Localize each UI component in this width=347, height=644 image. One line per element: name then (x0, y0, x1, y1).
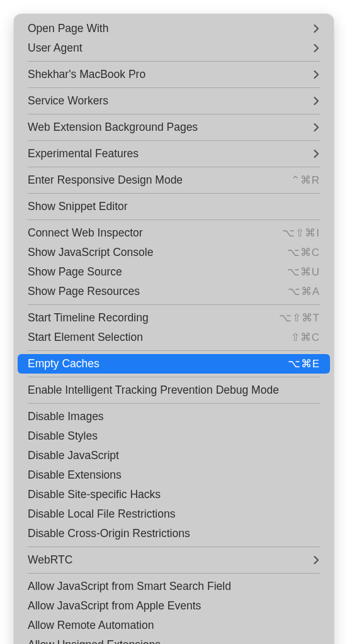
menu-item-label: Experimental Features (28, 147, 314, 161)
menu-item-shortcut: ⌥⇧⌘T (279, 311, 320, 325)
menu-item-shortcut: ⇧⌘C (291, 330, 320, 345)
menu-separator (28, 350, 320, 351)
menu-item-service-workers[interactable]: Service Workers (14, 91, 334, 111)
menu-item-shortcut: ⌥⌘A (288, 284, 320, 299)
develop-menu: Open Page WithUser AgentShekhar's MacBoo… (14, 14, 334, 644)
menu-item-connect-web-inspector[interactable]: Connect Web Inspector⌥⇧⌘I (14, 223, 334, 243)
menu-item-label: Enter Responsive Design Mode (28, 173, 291, 187)
menu-item-page-resources[interactable]: Show Page Resources⌥⌘A (14, 282, 334, 301)
menu-item-page-source[interactable]: Show Page Source⌥⌘U (14, 262, 334, 282)
chevron-right-icon (314, 70, 320, 79)
menu-item-user-agent[interactable]: User Agent (14, 38, 334, 58)
menu-item-allow-js-apple-events[interactable]: Allow JavaScript from Apple Events (14, 596, 334, 616)
menu-item-js-console[interactable]: Show JavaScript Console⌥⌘C (14, 243, 334, 262)
menu-item-label: Start Element Selection (28, 330, 291, 345)
menu-item-allow-js-search[interactable]: Allow JavaScript from Smart Search Field (14, 577, 334, 596)
menu-separator (28, 140, 320, 141)
menu-item-label: Disable Cross-Origin Restrictions (28, 526, 320, 541)
menu-separator (28, 87, 320, 88)
menu-item-label: Allow JavaScript from Smart Search Field (28, 579, 320, 594)
menu-item-label: Connect Web Inspector (28, 226, 282, 240)
menu-item-allow-remote-automation[interactable]: Allow Remote Automation (14, 616, 334, 635)
chevron-right-icon (314, 123, 320, 132)
menu-item-label: Enable Intelligent Tracking Prevention D… (28, 383, 320, 397)
menu-item-disable-images[interactable]: Disable Images (14, 407, 334, 426)
menu-item-shortcut: ⌥⌘C (287, 245, 320, 260)
menu-item-web-extension-bg[interactable]: Web Extension Background Pages (14, 118, 334, 137)
menu-item-open-page-with[interactable]: Open Page With (14, 19, 334, 38)
chevron-right-icon (314, 44, 320, 53)
menu-item-label: Disable Extensions (28, 468, 320, 482)
menu-item-device-name[interactable]: Shekhar's MacBook Pro (14, 65, 334, 84)
menu-item-label: WebRTC (28, 553, 314, 567)
menu-item-disable-cors[interactable]: Disable Cross-Origin Restrictions (14, 524, 334, 543)
menu-item-webrtc[interactable]: WebRTC (14, 550, 334, 570)
menu-item-element-selection[interactable]: Start Element Selection⇧⌘C (14, 328, 334, 347)
chevron-right-icon (314, 150, 320, 158)
menu-separator (28, 573, 320, 574)
menu-item-label: Show JavaScript Console (28, 245, 287, 260)
menu-item-label: Start Timeline Recording (28, 311, 279, 325)
menu-separator (28, 61, 320, 62)
menu-item-disable-styles[interactable]: Disable Styles (14, 426, 334, 446)
menu-item-label: User Agent (28, 41, 314, 55)
menu-item-label: Disable Styles (28, 429, 320, 443)
menu-item-label: Show Page Resources (28, 284, 288, 299)
menu-separator (28, 219, 320, 220)
menu-item-responsive-design-mode[interactable]: Enter Responsive Design Mode⌃⌘R (14, 170, 334, 190)
menu-item-label: Show Snippet Editor (28, 199, 320, 214)
chevron-right-icon (314, 556, 320, 565)
menu-item-shortcut: ⌥⇧⌘I (282, 226, 320, 240)
menu-item-label: Empty Caches (28, 357, 288, 371)
menu-item-label: Disable Site-specific Hacks (28, 487, 320, 502)
menu-item-label: Allow JavaScript from Apple Events (28, 599, 320, 613)
menu-item-disable-extensions[interactable]: Disable Extensions (14, 465, 334, 485)
menu-item-shortcut: ⌃⌘R (291, 173, 320, 187)
menu-separator (28, 377, 320, 377)
menu-item-label: Show Page Source (28, 265, 287, 279)
menu-item-itp-debug[interactable]: Enable Intelligent Tracking Prevention D… (14, 380, 334, 400)
menu-item-label: Disable Local File Restrictions (28, 507, 320, 521)
menu-separator (28, 193, 320, 194)
menu-item-label: Service Workers (28, 94, 314, 108)
menu-item-label: Disable Images (28, 409, 320, 424)
menu-item-experimental-features[interactable]: Experimental Features (14, 144, 334, 164)
menu-separator (28, 547, 320, 547)
menu-separator (28, 114, 320, 114)
menu-item-disable-local-file[interactable]: Disable Local File Restrictions (14, 504, 334, 524)
menu-item-timeline-recording[interactable]: Start Timeline Recording⌥⇧⌘T (14, 308, 334, 328)
chevron-right-icon (314, 97, 320, 106)
menu-separator (28, 403, 320, 404)
menu-item-snippet-editor[interactable]: Show Snippet Editor (14, 197, 334, 216)
menu-item-label: Web Extension Background Pages (28, 120, 314, 135)
menu-separator (28, 167, 320, 167)
menu-item-label: Open Page With (28, 21, 314, 36)
menu-item-disable-site-hacks[interactable]: Disable Site-specific Hacks (14, 485, 334, 504)
menu-item-shortcut: ⌥⌘E (288, 357, 320, 371)
menu-item-allow-unsigned-ext[interactable]: Allow Unsigned Extensions (14, 635, 334, 644)
menu-item-shortcut: ⌥⌘U (287, 265, 320, 279)
menu-separator (28, 304, 320, 305)
menu-item-label: Allow Remote Automation (28, 618, 320, 633)
menu-item-label: Disable JavaScript (28, 448, 320, 463)
menu-item-empty-caches[interactable]: Empty Caches⌥⌘E (18, 354, 330, 374)
chevron-right-icon (314, 25, 320, 33)
menu-item-disable-js[interactable]: Disable JavaScript (14, 446, 334, 465)
menu-item-label: Allow Unsigned Extensions (28, 638, 320, 644)
menu-item-label: Shekhar's MacBook Pro (28, 67, 314, 82)
